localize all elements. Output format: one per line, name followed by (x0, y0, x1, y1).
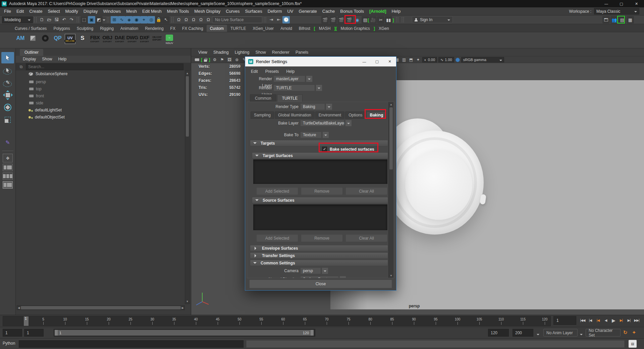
close-button[interactable]: ✕ (629, 0, 644, 7)
playback-button-5[interactable]: ▶| (618, 316, 625, 325)
select-hierarchy-icon[interactable]: ⬚ (80, 16, 88, 23)
scrollbar-thumb[interactable] (389, 107, 393, 169)
render-type-dropdown[interactable]: Baking (300, 103, 325, 110)
scroll-down-icon[interactable]: ▼ (185, 299, 190, 304)
constraint-icon-2[interactable]: Ω (182, 16, 190, 23)
scroll-up-icon[interactable]: ▲ (389, 102, 393, 107)
renderer-tab[interactable]: TURTLE (277, 94, 303, 102)
bake-to-arrow[interactable] (322, 132, 329, 138)
viewport-menu-item[interactable]: Show (253, 50, 269, 55)
sign-in-dropdown[interactable]: Sign In (412, 16, 453, 23)
source-clear-all-button[interactable]: Clear All (345, 234, 387, 242)
menu-item[interactable]: Bonus Tools (337, 9, 367, 14)
outliner-tab[interactable]: Outliner (20, 49, 43, 56)
dialog-close-action-button[interactable]: Close (249, 280, 392, 288)
playback-options-icon[interactable]: ↻ (623, 330, 628, 336)
outliner-menu-item[interactable]: Help (55, 57, 69, 61)
render-settings-icon[interactable]: 🎬 (345, 16, 353, 23)
restore-button[interactable]: ▢ (614, 0, 629, 7)
tool-settings-toggle-icon[interactable]: 👥 (610, 16, 618, 23)
live-surface-field[interactable]: No Live Surface (212, 16, 262, 23)
outliner-item-defaultobjectset[interactable]: defaultObjectSet (16, 114, 183, 120)
menu-item[interactable]: Surfaces (243, 9, 265, 14)
render-layer-dropdown[interactable]: masterLayer (273, 76, 305, 82)
shelf-tab[interactable]: ][ (334, 25, 337, 32)
highlight-selection-icon[interactable]: ↖ (162, 16, 170, 23)
menu-item[interactable]: Generate (296, 9, 320, 14)
construction-history-icon[interactable]: 🕒 (282, 16, 290, 23)
constraint-icon-4[interactable]: Ω (197, 16, 205, 23)
dialog-menu-item[interactable]: Edit (247, 69, 262, 74)
snap-grid-icon[interactable]: ⊞ (111, 16, 118, 23)
source-add-selected-button[interactable]: Add Selected (256, 234, 298, 242)
shelf-item-objdxf-export[interactable]: OBJ.DXF EXPORT (151, 34, 163, 41)
menu-item[interactable]: Cache (320, 9, 338, 14)
toolbar-grip[interactable] (171, 17, 173, 22)
common-settings-section-header[interactable]: Common Settings (250, 260, 388, 266)
shaded-icon[interactable]: ▥ (401, 57, 407, 62)
layout-single-pane-button[interactable]: ❖ (3, 154, 13, 162)
shelf-tab[interactable]: Curves / Surfaces (11, 25, 50, 32)
shelf-item-obj-export[interactable]: OBJEXPORT (102, 34, 113, 43)
playback-start-field[interactable]: 1 (24, 329, 44, 337)
bake-layer-arrow[interactable] (345, 120, 352, 127)
scroll-right-icon[interactable]: ▶ (182, 306, 184, 309)
shelf-item-dwg-export[interactable]: DWGEXPORT (126, 34, 138, 43)
layout-two-pane-button[interactable] (3, 164, 13, 171)
lock-selection-icon[interactable]: 🔒 (155, 16, 162, 23)
dialog-minimize-button[interactable]: — (358, 57, 371, 66)
camera-select-icon[interactable] (195, 58, 199, 61)
playback-end-field[interactable]: 120 (488, 329, 509, 337)
dialog-close-button[interactable]: ✕ (383, 57, 396, 66)
menu-item[interactable]: Display (81, 9, 101, 14)
bake-to-dropdown[interactable]: Texture (300, 132, 322, 138)
outliner-item-substancesphere[interactable]: SubstanceSphere (16, 70, 183, 77)
image-plane-icon[interactable]: 🖼 (227, 57, 232, 62)
envelope-surfaces-section-header[interactable]: Envelope Surfaces (250, 245, 388, 251)
menu-item[interactable]: Mesh (123, 9, 140, 14)
shelf-item-torus[interactable] (40, 34, 51, 42)
constraint-icon-1[interactable]: Ω (175, 16, 182, 23)
target-remove-button[interactable]: Remove (301, 187, 343, 195)
character-set-field[interactable]: No Character Set (586, 329, 621, 337)
layout-outliner-persp-button[interactable] (3, 181, 13, 189)
source-remove-button[interactable]: Remove (301, 234, 343, 242)
range-handle-right[interactable] (311, 330, 314, 336)
menu-item[interactable]: Help (389, 9, 403, 14)
exposure-field[interactable]: ◐ 0.00 (422, 57, 437, 62)
bar-graph-icon[interactable]: ▮▮ (385, 16, 392, 23)
shelf-tab[interactable]: Rigging (97, 25, 117, 32)
source-surfaces-list[interactable] (253, 204, 387, 230)
toolbar-grip[interactable] (107, 17, 109, 22)
select-tool[interactable] (1, 52, 14, 63)
target-surfaces-list[interactable] (253, 159, 387, 184)
viewport-menu-item[interactable]: View (195, 50, 210, 55)
sort-icon[interactable]: ⧉ (18, 64, 24, 69)
command-input[interactable] (19, 340, 244, 348)
render-using-arrow[interactable] (316, 85, 322, 91)
shelf-item-fbx-export[interactable]: FBXEXPORT (89, 34, 101, 43)
source-surfaces-section-header[interactable]: Source Surfaces (252, 197, 388, 203)
menu-item[interactable]: UV (284, 9, 296, 14)
camera-attributes-icon[interactable]: ⚙ (212, 57, 218, 62)
normal-direction-dropdown[interactable]: Surface Front (300, 276, 339, 278)
normal-direction-arrow[interactable] (339, 276, 346, 278)
layout-four-pane-button[interactable] (3, 172, 13, 180)
scrollbar-thumb[interactable] (21, 306, 181, 309)
menu-item[interactable]: [Arnold] (367, 9, 389, 14)
shelf-tab[interactable]: Motion Graphics (337, 25, 373, 32)
target-clear-all-button[interactable]: Clear All (345, 187, 387, 195)
shelf-item-dxf-export[interactable]: DXFEXPORT (139, 34, 150, 43)
chevron-down-icon[interactable] (103, 19, 105, 22)
outliner-item-side[interactable]: side (16, 100, 183, 106)
targets-section-header[interactable]: Targets (250, 140, 388, 146)
playback-button-6[interactable]: ▶| (625, 316, 633, 325)
bake-layer-dropdown[interactable]: TurtleDefaultBakeLayer (300, 120, 344, 127)
color-management-icon[interactable] (455, 58, 460, 62)
dialog-scrollbar[interactable]: ▲ ▼ (388, 102, 393, 278)
select-component-icon[interactable]: ◩ (95, 16, 103, 23)
shelf-item-dae-export[interactable]: DAEEXPORT (114, 34, 125, 43)
viewport-menu-item[interactable]: Panels (292, 50, 311, 55)
constraint-icon-5[interactable]: Ω (205, 16, 212, 23)
camera-dropdown[interactable]: persp (300, 267, 321, 274)
